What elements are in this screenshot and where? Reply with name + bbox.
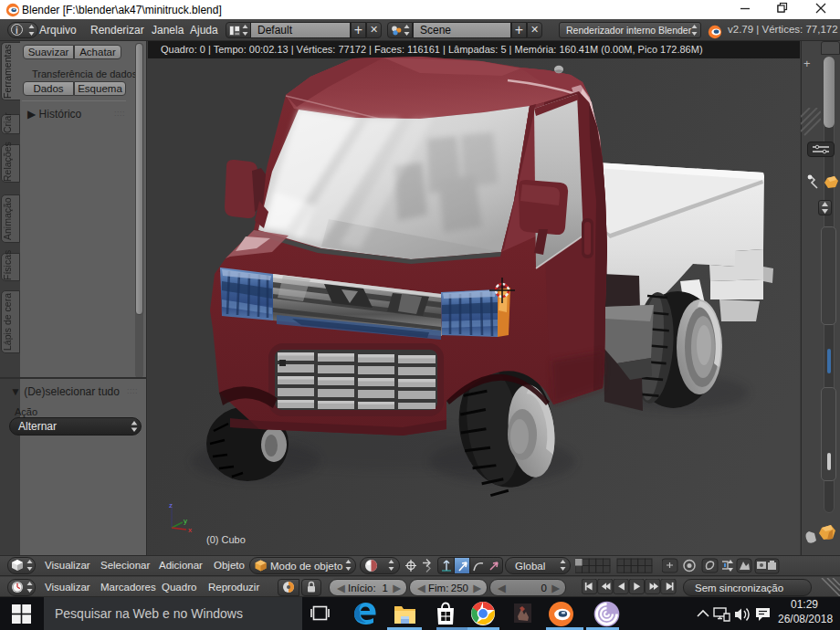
svg-text:x: x — [188, 526, 192, 534]
svg-text:y: y — [184, 517, 187, 525]
svg-text:z: z — [169, 502, 173, 509]
